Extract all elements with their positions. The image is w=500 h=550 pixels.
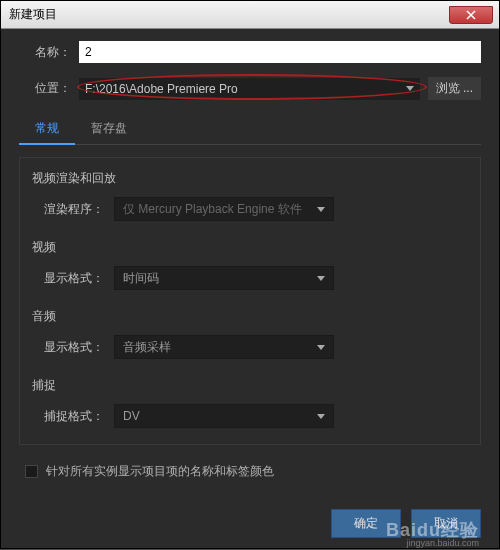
show-names-checkbox[interactable] <box>25 465 38 478</box>
general-panel: 视频渲染和回放 渲染程序： 仅 Mercury Playback Engine … <box>19 157 481 445</box>
video-format-value: 时间码 <box>123 270 159 287</box>
chevron-down-icon <box>406 86 414 91</box>
chevron-down-icon <box>317 276 325 281</box>
capture-format-select[interactable]: DV <box>114 404 334 428</box>
new-project-dialog: 新建项目 名称： 位置： F:\2016\Adobe Premiere Pro … <box>0 0 500 549</box>
audio-section: 音频 显示格式： 音频采样 <box>32 308 468 359</box>
name-label: 名称： <box>19 44 79 61</box>
renderer-value: 仅 Mercury Playback Engine 软件 <box>123 201 302 218</box>
capture-section: 捕捉 捕捉格式： DV <box>32 377 468 428</box>
dialog-title: 新建项目 <box>9 6 57 23</box>
renderer-select[interactable]: 仅 Mercury Playback Engine 软件 <box>114 197 334 221</box>
chevron-down-icon <box>317 414 325 419</box>
cancel-button[interactable]: 取消 <box>411 509 481 538</box>
video-section-title: 视频 <box>32 239 468 256</box>
chevron-down-icon <box>317 207 325 212</box>
location-label: 位置： <box>19 80 79 97</box>
audio-format-value: 音频采样 <box>123 339 171 356</box>
tabs: 常规 暂存盘 <box>19 114 481 145</box>
watermark-sub: jingyan.baidu.com <box>406 538 479 548</box>
checkbox-row: 针对所有实例显示项目项的名称和标签颜色 <box>25 463 481 480</box>
titlebar: 新建项目 <box>1 1 499 29</box>
renderer-label: 渲染程序： <box>44 201 114 218</box>
audio-format-select[interactable]: 音频采样 <box>114 335 334 359</box>
close-button[interactable] <box>449 6 493 24</box>
audio-format-label: 显示格式： <box>44 339 114 356</box>
location-row: 位置： F:\2016\Adobe Premiere Pro 浏览 ... <box>19 77 481 100</box>
chevron-down-icon <box>317 345 325 350</box>
capture-format-value: DV <box>123 409 140 423</box>
tab-scratch-disks[interactable]: 暂存盘 <box>75 114 143 144</box>
browse-button[interactable]: 浏览 ... <box>428 77 481 100</box>
footer: 确定 取消 <box>331 509 481 538</box>
capture-format-label: 捕捉格式： <box>44 408 114 425</box>
tab-general[interactable]: 常规 <box>19 114 75 145</box>
capture-section-title: 捕捉 <box>32 377 468 394</box>
render-section-title: 视频渲染和回放 <box>32 170 468 187</box>
location-dropdown[interactable]: F:\2016\Adobe Premiere Pro <box>79 78 420 100</box>
video-format-select[interactable]: 时间码 <box>114 266 334 290</box>
checkbox-label: 针对所有实例显示项目项的名称和标签颜色 <box>46 463 274 480</box>
render-section: 视频渲染和回放 渲染程序： 仅 Mercury Playback Engine … <box>32 170 468 221</box>
location-value: F:\2016\Adobe Premiere Pro <box>85 82 238 96</box>
name-row: 名称： <box>19 41 481 63</box>
video-section: 视频 显示格式： 时间码 <box>32 239 468 290</box>
video-format-label: 显示格式： <box>44 270 114 287</box>
ok-button[interactable]: 确定 <box>331 509 401 538</box>
audio-section-title: 音频 <box>32 308 468 325</box>
close-icon <box>466 10 476 20</box>
name-input[interactable] <box>79 41 481 63</box>
